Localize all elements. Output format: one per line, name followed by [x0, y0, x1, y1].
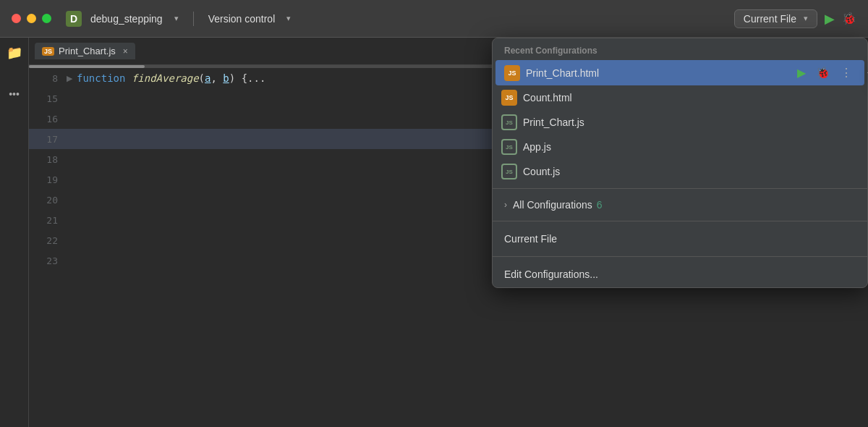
run-button[interactable]: ▶ [825, 11, 835, 27]
traffic-lights [12, 14, 51, 23]
recent-configurations-label: Recent Configurations [493, 38, 867, 60]
project-dropdown-arrow[interactable]: ▾ [174, 14, 179, 23]
config-name-app-js: App.js [523, 141, 859, 153]
folder-icon[interactable]: 📁 [7, 45, 22, 61]
line-number: 21 [35, 215, 58, 226]
all-configs-label: All Configurations [513, 199, 592, 211]
config-item-print-chart-js[interactable]: JS Print_Chart.js [493, 110, 867, 135]
divider-3 [493, 256, 867, 257]
divider-1 [493, 188, 867, 189]
line-number: 22 [35, 235, 58, 246]
code-line-22: 22 [29, 230, 506, 250]
titlebar-right: Current File ▾ ▶ 🐞 [734, 9, 856, 28]
code-line-15: 15 [29, 88, 506, 109]
code-line-20: 20 [29, 190, 506, 210]
scroll-hint [29, 65, 506, 68]
current-file-dropdown-arrow: ▾ [804, 14, 808, 23]
config-icon-count-js: JS [501, 164, 517, 179]
edit-configurations-menu-item[interactable]: Edit Configurations... [493, 261, 867, 287]
config-name-print-chart-html: Print_Chart.html [526, 67, 794, 79]
version-control-dropdown-arrow[interactable]: ▾ [286, 14, 291, 23]
run-config-button[interactable]: ▶ [794, 64, 809, 81]
code-line-21: 21 [29, 210, 506, 230]
config-item-print-chart-html[interactable]: JS Print_Chart.html ▶ 🐞 ⋮ Run 'Print_Cha… [495, 60, 864, 85]
config-icon-print-chart-html: JS [504, 65, 520, 81]
more-icon[interactable]: ••• [9, 88, 20, 100]
project-name: debug_stepping [90, 13, 163, 25]
current-file-menu-item[interactable]: Current File [493, 226, 867, 252]
config-actions: ▶ 🐞 ⋮ [794, 64, 856, 81]
maximize-traffic-light[interactable] [42, 14, 51, 23]
editor-panel: JS Print_Chart.js × 8 ▶ function findAve… [29, 38, 506, 427]
line-number: 23 [35, 255, 58, 266]
left-sidebar: 📁 ••• [0, 38, 29, 427]
code-line-17: 17 [29, 129, 506, 149]
tab-close-button[interactable]: × [123, 46, 128, 56]
all-configurations-item[interactable]: › All Configurations 6 [493, 193, 867, 216]
debug-button[interactable]: 🐞 [842, 12, 856, 25]
config-icon-print-chart-js: JS [501, 114, 517, 130]
fold-arrow[interactable]: ▶ [67, 74, 72, 83]
code-line-23: 23 [29, 250, 506, 271]
line-number: 16 [35, 114, 58, 124]
config-item-count-html[interactable]: JS Count.html [493, 85, 867, 110]
project-badge: D [66, 11, 82, 27]
config-name-count-js: Count.js [523, 166, 859, 177]
tab-print-chart-js[interactable]: JS Print_Chart.js × [35, 43, 135, 59]
close-traffic-light[interactable] [12, 14, 21, 23]
debug-config-button[interactable]: 🐞 [813, 64, 833, 81]
line-number: 19 [35, 174, 58, 185]
code-area: 8 ▶ function findAverage(a, b) {... 15 1… [29, 68, 506, 427]
line-number: 18 [35, 154, 58, 165]
line-number: 15 [35, 93, 58, 104]
titlebar-separator [193, 12, 194, 26]
line-number: 20 [35, 195, 58, 206]
config-name-count-html: Count.html [523, 92, 859, 103]
tab-name: Print_Chart.js [59, 46, 116, 56]
code-line-8: 8 ▶ function findAverage(a, b) {... [29, 68, 506, 88]
config-item-count-js[interactable]: JS Count.js [493, 159, 867, 184]
config-icon-count-html: JS [501, 90, 517, 106]
titlebar: D debug_stepping ▾ Version control ▾ Cur… [0, 0, 868, 38]
js-file-badge: JS [42, 47, 54, 56]
all-configs-count: 6 [597, 199, 603, 211]
code-line-18: 18 [29, 149, 506, 169]
minimize-traffic-light[interactable] [27, 14, 36, 23]
code-content: function findAverage(a, b) {... [77, 72, 265, 84]
all-configs-arrow: › [504, 200, 507, 210]
config-name-print-chart-js: Print_Chart.js [523, 117, 859, 128]
configurations-dropdown: Recent Configurations JS Print_Chart.htm… [492, 38, 868, 288]
line-number: 8 [35, 73, 58, 84]
current-file-button[interactable]: Current File ▾ [734, 9, 817, 28]
more-config-button[interactable]: ⋮ [838, 64, 856, 81]
version-control-button[interactable]: Version control [208, 13, 276, 25]
line-number: 17 [35, 134, 58, 145]
config-icon-app-js: JS [501, 139, 517, 155]
code-line-19: 19 [29, 169, 506, 190]
code-line-16: 16 [29, 109, 506, 129]
divider-2 [493, 221, 867, 221]
scroll-thumb [29, 65, 145, 68]
current-file-label: Current File [744, 13, 796, 25]
config-item-app-js[interactable]: JS App.js [493, 135, 867, 159]
tab-bar: JS Print_Chart.js × [29, 38, 506, 65]
